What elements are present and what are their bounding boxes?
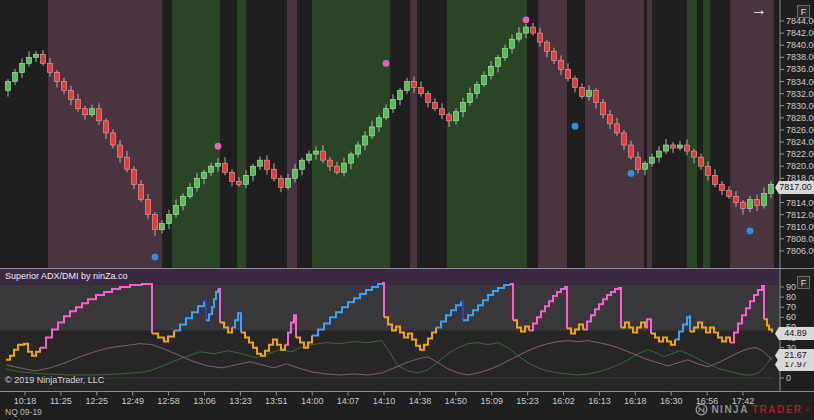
- instrument-label: NQ 09-19: [5, 407, 42, 417]
- candle: [426, 94, 431, 103]
- di-plus-value-tag: 21.67: [775, 349, 814, 362]
- candle: [272, 169, 277, 178]
- svg-text:14:00: 14:00: [301, 396, 324, 406]
- svg-text:10:18: 10:18: [14, 396, 37, 406]
- candle: [545, 42, 550, 51]
- svg-text:12:58: 12:58: [157, 396, 180, 406]
- blue-signal-dot: [572, 123, 579, 130]
- candle: [720, 184, 725, 190]
- svg-text:7834.00: 7834.00: [786, 77, 814, 87]
- svg-text:15:09: 15:09: [480, 396, 503, 406]
- candle: [209, 166, 214, 172]
- candle: [118, 145, 123, 157]
- pink-signal-dot: [523, 16, 530, 23]
- candle: [370, 127, 375, 136]
- candle: [335, 166, 340, 172]
- candle: [328, 160, 333, 166]
- candle: [174, 206, 179, 215]
- candle: [664, 145, 669, 151]
- candle: [41, 54, 46, 63]
- candle: [622, 133, 627, 145]
- svg-text:7838.00: 7838.00: [786, 52, 814, 62]
- svg-text:60: 60: [786, 312, 796, 322]
- candle: [62, 82, 67, 91]
- candle: [573, 78, 578, 87]
- pink-signal-dot: [215, 143, 222, 150]
- chart-canvas[interactable]: 7844.007842.007840.007838.007836.007834.…: [0, 0, 814, 420]
- candle: [391, 100, 396, 109]
- candle: [125, 157, 130, 169]
- candle: [293, 169, 298, 178]
- candle: [146, 199, 151, 214]
- candle: [559, 60, 564, 69]
- candle: [342, 163, 347, 172]
- svg-text:14:50: 14:50: [445, 396, 468, 406]
- candle: [27, 57, 32, 63]
- last-price-tag: 7817.00: [775, 181, 814, 194]
- candle: [384, 109, 389, 118]
- candle: [594, 91, 599, 103]
- svg-text:14:10: 14:10: [373, 396, 396, 406]
- ninjatrader-brand: NINJATRADER®: [695, 403, 810, 416]
- indicator-title: Superior ADX/DMI by ninZa.co: [5, 271, 128, 281]
- candle: [188, 187, 193, 196]
- svg-text:90: 90: [786, 282, 796, 292]
- candle: [447, 115, 452, 121]
- candle: [496, 57, 501, 66]
- candle: [629, 145, 634, 157]
- candle: [405, 82, 410, 91]
- candle: [657, 151, 662, 157]
- candle: [419, 88, 424, 94]
- candle: [706, 166, 711, 175]
- candle: [132, 169, 137, 184]
- indicator-zones: [0, 269, 780, 392]
- candle: [454, 112, 459, 121]
- candle: [580, 88, 585, 97]
- pink-signal-dot: [383, 60, 390, 67]
- svg-text:14:07: 14:07: [337, 396, 360, 406]
- svg-text:16:30: 16:30: [660, 396, 683, 406]
- candle: [566, 69, 571, 78]
- svg-text:16:18: 16:18: [624, 396, 647, 406]
- svg-text:7832.00: 7832.00: [786, 89, 814, 99]
- candle: [244, 175, 249, 184]
- candle: [412, 82, 417, 88]
- svg-text:12:25: 12:25: [86, 396, 109, 406]
- candle: [482, 75, 487, 84]
- svg-text:7842.00: 7842.00: [786, 28, 814, 38]
- svg-text:80: 80: [786, 292, 796, 302]
- candle: [615, 124, 620, 133]
- svg-text:16:13: 16:13: [588, 396, 611, 406]
- price-axis-f-button[interactable]: F: [797, 5, 810, 18]
- candle: [377, 118, 382, 127]
- brand-text-trader: TRADER: [752, 404, 803, 415]
- svg-text:7814.00: 7814.00: [786, 198, 814, 208]
- candle: [286, 178, 291, 187]
- candle: [314, 151, 319, 154]
- svg-text:15:23: 15:23: [516, 396, 539, 406]
- candle: [769, 184, 774, 193]
- candle: [55, 72, 60, 81]
- candle: [48, 63, 53, 72]
- candle: [307, 154, 312, 160]
- candle: [111, 133, 116, 145]
- candle: [475, 85, 480, 94]
- candle: [202, 172, 207, 178]
- candle: [216, 163, 221, 166]
- candle: [363, 136, 368, 145]
- candle: [601, 103, 606, 115]
- candle: [510, 39, 515, 48]
- candle: [230, 172, 235, 181]
- svg-text:7836.00: 7836.00: [786, 64, 814, 74]
- blue-signal-dot: [628, 170, 635, 177]
- indicator-axis-f-button[interactable]: F: [797, 276, 810, 289]
- candle: [139, 184, 144, 199]
- svg-text:7830.00: 7830.00: [786, 101, 814, 111]
- candle: [489, 66, 494, 75]
- candle: [251, 166, 256, 175]
- svg-text:7806.00: 7806.00: [786, 246, 814, 256]
- candle: [517, 33, 522, 39]
- candle: [741, 203, 746, 209]
- pan-right-arrow-icon[interactable]: →: [751, 1, 767, 19]
- candle: [76, 100, 81, 109]
